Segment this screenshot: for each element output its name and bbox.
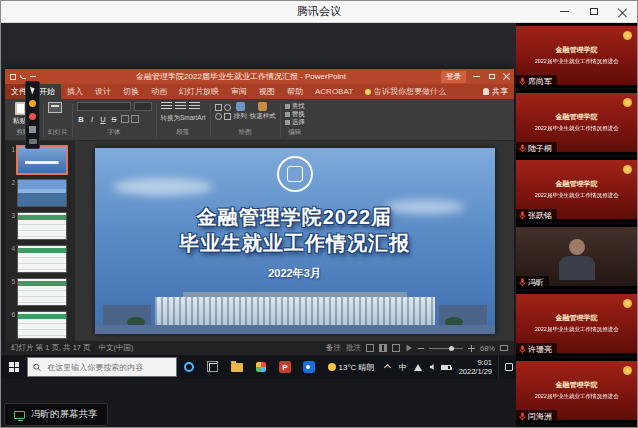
convert-smartart-button[interactable]: 转换为SmartArt	[161, 114, 206, 123]
slide-thumbnail-1[interactable]: 1	[7, 146, 72, 174]
quick-styles-label: 快速样式	[250, 112, 276, 121]
character-spacing-button[interactable]	[131, 115, 139, 123]
fit-slide-icon[interactable]	[500, 345, 508, 351]
slideshow-view-icon[interactable]	[405, 344, 413, 352]
thumbnail-number: 2	[7, 179, 15, 207]
powerpoint-taskbar-button[interactable]: P	[273, 355, 297, 379]
participant-tile-3[interactable]: 金融管理学院 2022届毕业生就业工作情况推进会 张跃铭	[516, 157, 637, 222]
redo-icon[interactable]	[30, 76, 36, 77]
bullets-icon[interactable]	[161, 102, 172, 110]
sign-in-button[interactable]: 登录	[441, 71, 466, 83]
participant-tile-2[interactable]: 金融管理学院 2022届毕业生就业工作情况推进会 陆子桐	[516, 90, 637, 155]
ppt-share-button[interactable]: 共享	[483, 86, 508, 97]
zoom-slider[interactable]	[429, 348, 463, 349]
meeting-app-button[interactable]	[297, 355, 321, 379]
slide-thumbnail-5[interactable]: 5	[7, 278, 72, 306]
tab-insert[interactable]: 插入	[61, 84, 89, 99]
weather-widget[interactable]: 13°C 晴朗	[323, 355, 380, 379]
network-button[interactable]	[411, 355, 425, 379]
select-button[interactable]: 选择	[285, 119, 305, 127]
ime-indicator[interactable]: 中	[395, 362, 411, 373]
file-explorer-button[interactable]	[225, 355, 249, 379]
participant-name-badge: 陆子桐	[516, 142, 557, 155]
replace-button[interactable]: 替换	[285, 110, 305, 118]
reading-view-icon[interactable]	[392, 344, 400, 352]
zoom-out-icon[interactable]	[418, 348, 424, 349]
find-button[interactable]: 查找	[285, 102, 305, 110]
cortana-button[interactable]	[177, 355, 201, 379]
bold-button[interactable]: B	[77, 114, 86, 124]
font-name-select[interactable]	[77, 102, 131, 111]
tab-help[interactable]: 帮助	[281, 84, 309, 99]
slide-thumbnail-6[interactable]: 6	[7, 311, 72, 339]
participant-tile-5[interactable]: 金融管理学院 2022届毕业生就业工作情况推进会 许珊亮	[516, 291, 637, 356]
cursor-tool-icon[interactable]	[30, 86, 36, 95]
underline-button[interactable]: U	[99, 114, 108, 124]
slide-title-textbox[interactable]: 金融管理学院2022届 毕业生就业工作情况汇报	[95, 204, 495, 256]
current-slide[interactable]: 金融管理学院2022届 毕业生就业工作情况汇报 2022年3月	[95, 148, 495, 334]
numbering-icon[interactable]	[175, 102, 186, 110]
shapes-gallery[interactable]	[215, 104, 231, 120]
volume-button[interactable]	[425, 355, 439, 379]
participant-tile-4[interactable]: 冯昕	[516, 224, 637, 289]
participant-name: 陆子桐	[528, 143, 552, 154]
thumbnail-preview	[17, 311, 67, 339]
slide-sorter-view-icon[interactable]	[379, 344, 387, 352]
minimize-button[interactable]	[550, 1, 579, 22]
font-size-select[interactable]	[134, 102, 152, 111]
muted-mic-icon	[519, 144, 526, 153]
zoom-in-icon[interactable]	[468, 345, 475, 352]
slide-thumbnail-3[interactable]: 3	[7, 212, 72, 240]
search-input[interactable]	[45, 362, 171, 373]
normal-view-icon[interactable]	[366, 344, 374, 352]
tab-acrobat[interactable]: ACROBAT	[309, 84, 359, 99]
language-indicator[interactable]: 中文(中国)	[99, 343, 134, 353]
close-button[interactable]	[608, 1, 637, 22]
arrange-button[interactable]: 排列	[234, 102, 247, 121]
battery-button[interactable]	[439, 355, 453, 379]
eraser-tool-icon[interactable]	[29, 139, 37, 144]
laser-pointer-icon[interactable]	[29, 100, 36, 107]
maximize-button[interactable]	[579, 1, 608, 22]
italic-button[interactable]: I	[88, 114, 97, 124]
quick-styles-button[interactable]: 快速样式	[250, 102, 276, 121]
tell-me-box[interactable]: 告诉我你想要做什么	[365, 86, 446, 97]
pen-tool-icon[interactable]	[29, 113, 36, 120]
tile-slide-subheading: 2022届毕业生就业工作情况推进会	[534, 191, 618, 199]
ppt-close-button[interactable]	[499, 69, 514, 84]
save-icon[interactable]	[10, 74, 16, 80]
tab-transitions[interactable]: 切换	[117, 84, 145, 99]
tab-design[interactable]: 设计	[89, 84, 117, 99]
start-button[interactable]	[1, 355, 27, 379]
highlighter-tool-icon[interactable]	[29, 126, 36, 133]
notes-button[interactable]: 备注	[326, 343, 341, 353]
undo-icon[interactable]	[20, 75, 26, 79]
photos-button[interactable]	[249, 355, 273, 379]
text-shadow-button[interactable]	[121, 115, 129, 123]
slide-thumbnail-2[interactable]: 2	[7, 179, 72, 207]
zoom-level[interactable]: 68%	[480, 344, 495, 353]
tab-review[interactable]: 审阅	[225, 84, 253, 99]
clock-time: 9:01	[459, 358, 492, 367]
powerpoint-window-title: 金融管理学院2022届毕业生就业工作情况汇报 - PowerPoint	[41, 71, 441, 82]
participant-tile-1[interactable]: 金融管理学院 2022届毕业生就业工作情况推进会 席尚军	[516, 23, 637, 88]
strikethrough-button[interactable]: S	[110, 114, 119, 124]
comments-button[interactable]: 批注	[346, 343, 361, 353]
taskbar-clock[interactable]: 9:01 2022/1/29	[453, 358, 498, 377]
slide-date-textbox[interactable]: 2022年3月	[95, 266, 495, 281]
tab-view[interactable]: 视图	[253, 84, 281, 99]
taskbar-search[interactable]	[27, 357, 177, 377]
ppt-maximize-button[interactable]	[484, 69, 499, 84]
action-center-button[interactable]	[498, 355, 518, 379]
tray-expand-icon[interactable]	[384, 363, 391, 370]
ppt-minimize-button[interactable]	[469, 69, 484, 84]
participant-tile-6[interactable]: 金融管理学院 2022届毕业生就业工作情况推进会 闫海洲	[516, 358, 637, 423]
tab-slideshow[interactable]: 幻灯片放映	[173, 84, 225, 99]
tab-animations[interactable]: 动画	[145, 84, 173, 99]
slide-thumbnail-4[interactable]: 4	[7, 245, 72, 273]
person-icon	[483, 88, 489, 95]
align-icon[interactable]	[189, 102, 200, 110]
task-view-button[interactable]	[201, 355, 225, 379]
ribbon-group-drawing: 排列 快速样式 绘图	[211, 101, 280, 140]
new-slide-icon[interactable]	[48, 102, 62, 113]
